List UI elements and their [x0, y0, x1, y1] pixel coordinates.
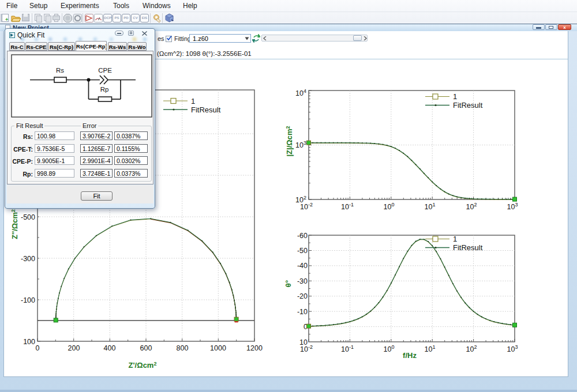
- svg-text:200: 200: [68, 344, 80, 352]
- svg-text:100: 100: [384, 344, 395, 353]
- svg-text:-300: -300: [21, 255, 35, 263]
- svg-text:10-1: 10-1: [341, 344, 354, 353]
- svg-text:θ°: θ°: [284, 280, 293, 287]
- svg-text:102: 102: [466, 344, 477, 353]
- svg-text:101: 101: [425, 202, 436, 211]
- svg-text:f/Hz: f/Hz: [403, 351, 417, 360]
- svg-text:-100: -100: [21, 296, 35, 304]
- svg-text:-500: -500: [21, 213, 35, 221]
- svg-text:1: 1: [453, 92, 457, 101]
- svg-text:-40: -40: [297, 262, 308, 270]
- svg-text:102: 102: [466, 202, 477, 211]
- svg-text:1: 1: [191, 97, 195, 105]
- svg-text:400: 400: [104, 344, 116, 352]
- svg-text:1: 1: [453, 235, 457, 243]
- svg-text:Rs: Rs: [56, 67, 64, 74]
- svg-text:101: 101: [425, 344, 436, 353]
- svg-text:103: 103: [507, 202, 518, 211]
- svg-text:FitResult: FitResult: [453, 101, 483, 110]
- svg-text:800: 800: [177, 344, 189, 352]
- svg-text:-20: -20: [297, 292, 308, 300]
- svg-text:1000: 1000: [210, 344, 226, 352]
- svg-text:10-2: 10-2: [300, 344, 313, 353]
- svg-text:FitResult: FitResult: [453, 243, 483, 252]
- svg-text:Z'/Ωcm2: Z'/Ωcm2: [129, 361, 157, 370]
- svg-text:100: 100: [384, 202, 395, 211]
- svg-text:1200: 1200: [246, 344, 263, 352]
- svg-text:600: 600: [140, 344, 152, 352]
- svg-text:Z''/Ωcm2: Z''/Ωcm2: [10, 209, 19, 239]
- svg-text:|Z|/Ωcm2: |Z|/Ωcm2: [285, 126, 294, 156]
- svg-text:-60: -60: [297, 232, 308, 240]
- svg-text:CPE: CPE: [98, 67, 112, 74]
- svg-text:100: 100: [23, 338, 35, 346]
- svg-text:10-1: 10-1: [341, 202, 354, 211]
- svg-text:FitResult: FitResult: [191, 105, 221, 114]
- svg-text:Rp: Rp: [100, 86, 109, 93]
- svg-text:-50: -50: [297, 247, 308, 255]
- svg-text:103: 103: [295, 140, 306, 149]
- svg-text:104: 104: [295, 88, 306, 97]
- svg-text:0: 0: [36, 344, 40, 352]
- svg-text:-10: -10: [297, 308, 308, 316]
- svg-text:103: 103: [507, 344, 518, 353]
- svg-text:-30: -30: [297, 277, 308, 285]
